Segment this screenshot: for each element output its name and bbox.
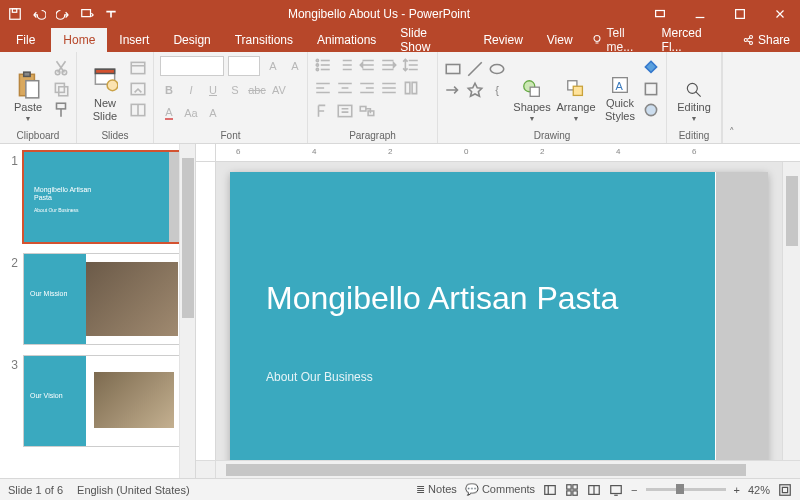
quick-styles-button[interactable]: A Quick Styles [600,56,640,122]
bold-icon[interactable]: B [160,81,178,99]
clear-format-icon[interactable]: A [204,104,222,122]
copy-icon[interactable] [52,80,70,98]
indent-dec-icon[interactable] [358,56,376,74]
cut-icon[interactable] [52,59,70,77]
shape-line-icon[interactable] [466,60,484,78]
undo-icon[interactable] [32,7,46,21]
reset-icon[interactable] [129,80,147,98]
numbering-icon[interactable] [336,56,354,74]
comments-button[interactable]: 💬 Comments [465,483,535,496]
save-icon[interactable] [8,7,22,21]
tab-file[interactable]: File [0,28,51,52]
reading-view-icon[interactable] [587,483,601,497]
ribbon-display-icon[interactable] [640,0,680,28]
svg-text:A: A [615,80,623,92]
svg-rect-1 [12,9,16,13]
zoom-in-button[interactable]: + [734,484,740,496]
fit-to-window-icon[interactable] [778,483,792,497]
section-icon[interactable] [129,101,147,119]
normal-view-icon[interactable] [543,483,557,497]
align-center-icon[interactable] [336,79,354,97]
svg-rect-20 [131,62,145,73]
bullets-icon[interactable] [314,56,332,74]
slide-counter[interactable]: Slide 1 of 6 [8,484,63,496]
layout-icon[interactable] [129,59,147,77]
share-button[interactable]: Share [732,28,800,52]
redo-icon[interactable] [56,7,70,21]
paste-button[interactable]: Paste▼ [6,56,50,122]
smartart-icon[interactable] [358,102,376,120]
tab-animations[interactable]: Animations [305,28,388,52]
collapse-ribbon-icon[interactable]: ˄ [722,52,740,143]
qat-customize-icon[interactable] [104,7,118,21]
justify-icon[interactable] [380,79,398,97]
arrange-button[interactable]: Arrange▼ [554,56,598,122]
shapes-button[interactable]: Shapes▼ [512,56,552,122]
shrink-font-icon[interactable]: A [286,57,304,75]
align-right-icon[interactable] [358,79,376,97]
thumb-slide-2[interactable]: Our Mission [24,254,184,344]
font-size-combo[interactable] [228,56,260,76]
line-spacing-icon[interactable] [402,56,420,74]
font-color-icon[interactable]: A [160,104,178,122]
shape-outline-icon[interactable] [642,80,660,98]
shape-brace-icon[interactable]: { [488,81,506,99]
shape-arrow-icon[interactable] [444,81,462,99]
align-left-icon[interactable] [314,79,332,97]
underline-icon[interactable]: U [204,81,222,99]
minimize-icon[interactable] [680,0,720,28]
align-text-icon[interactable] [336,102,354,120]
titlebar: Mongibello About Us - PowerPoint [0,0,800,28]
tab-slideshow[interactable]: Slide Show [388,28,471,52]
zoom-out-button[interactable]: − [631,484,637,496]
shape-rect-icon[interactable] [444,60,462,78]
strike-icon[interactable]: abc [248,81,266,99]
format-painter-icon[interactable] [52,101,70,119]
font-family-combo[interactable] [160,56,224,76]
tab-review[interactable]: Review [471,28,534,52]
start-from-beginning-icon[interactable] [80,7,94,21]
slide-title[interactable]: Mongibello Artisan Pasta [266,280,666,317]
grow-font-icon[interactable]: A [264,57,282,75]
slide[interactable]: Mongibello Artisan Pasta About Our Busin… [230,172,768,460]
thumbnails-scrollbar[interactable] [179,144,195,478]
slideshow-view-icon[interactable] [609,483,623,497]
thumb-number: 3 [8,356,18,446]
thumb-slide-3[interactable]: Our Vision [24,356,184,446]
tab-design[interactable]: Design [161,28,222,52]
thumb-slide-1[interactable]: Mongibello Artisan Pasta About Our Busin… [24,152,184,242]
zoom-level[interactable]: 42% [748,484,770,496]
shape-star-icon[interactable] [466,81,484,99]
tab-view[interactable]: View [535,28,585,52]
close-icon[interactable] [760,0,800,28]
notes-button[interactable]: ≣ Notes [416,483,457,496]
shape-effects-icon[interactable] [642,101,660,119]
maximize-icon[interactable] [720,0,760,28]
shadow-icon[interactable]: S [226,81,244,99]
sorter-view-icon[interactable] [565,483,579,497]
account-name[interactable]: Merced Fl... [654,28,732,52]
editing-button[interactable]: Editing▼ [673,56,715,122]
slide-subtitle[interactable]: About Our Business [266,370,373,384]
zoom-slider[interactable] [646,488,726,491]
italic-icon[interactable]: I [182,81,200,99]
tell-me[interactable]: Tell me... [591,28,654,52]
group-editing: Editing▼ Editing [667,52,722,143]
language-status[interactable]: English (United States) [77,484,190,496]
window-title: Mongibello About Us - PowerPoint [118,7,640,21]
shape-oval-icon[interactable] [488,60,506,78]
shape-fill-icon[interactable] [642,59,660,77]
new-slide-button[interactable]: New Slide [83,56,127,122]
tab-transitions[interactable]: Transitions [223,28,305,52]
tab-insert[interactable]: Insert [107,28,161,52]
thumb-number: 1 [8,152,18,242]
vertical-scrollbar[interactable] [782,162,800,460]
change-case-icon[interactable]: Aa [182,104,200,122]
text-direction-icon[interactable] [314,102,332,120]
columns-icon[interactable] [402,79,420,97]
spacing-icon[interactable]: AV [270,81,288,99]
slide-canvas[interactable]: Mongibello Artisan Pasta About Our Busin… [216,162,782,460]
indent-inc-icon[interactable] [380,56,398,74]
tab-home[interactable]: Home [51,28,107,52]
horizontal-scrollbar[interactable] [196,460,800,478]
